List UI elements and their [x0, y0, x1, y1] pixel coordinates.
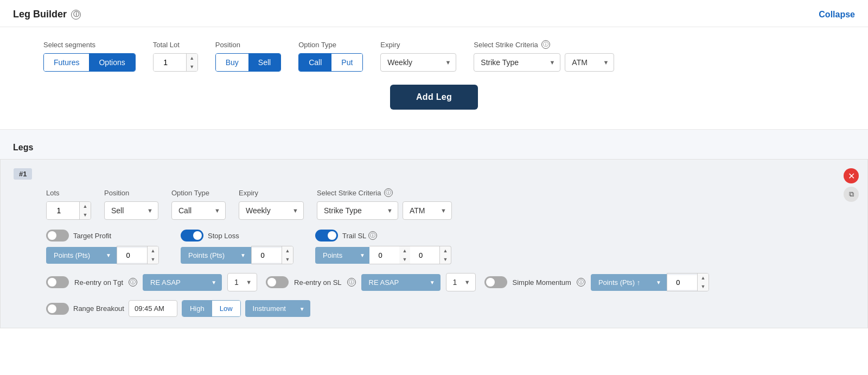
leg-1-position-select[interactable]: Sell Buy [104, 201, 158, 220]
leg-1-target-profit-pts-select[interactable]: Points (Pts) % [46, 247, 117, 264]
segment-options-button[interactable]: Options [89, 54, 135, 71]
leg-1-momentum-pts-group: Points (Pts) ↑ Points (Pts) ↓ % ▼ ▲ ▼ [591, 273, 709, 291]
leg-1-stop-loss-down[interactable]: ▼ [282, 255, 293, 264]
leg-1-reasap-tgt-select[interactable]: RE ASAP RE at Entry Price RE at Close [143, 274, 222, 291]
leg-1-target-profit-toggle-wrap: Target Profit [46, 230, 159, 241]
leg-1-low-button[interactable]: Low [212, 301, 240, 316]
total-lot-down[interactable]: ▼ [187, 62, 197, 71]
leg-1-trail-1-up[interactable]: ▲ [399, 246, 410, 255]
leg-1-lots-label: Lots [46, 189, 91, 197]
leg-1-expiry-select[interactable]: Weekly Monthly [239, 201, 304, 220]
leg-1-trail-sl-label-wrap: Trail SL ⓘ [342, 231, 377, 240]
position-sell-button[interactable]: Sell [248, 54, 280, 71]
leg-1-high-button[interactable]: High [182, 301, 212, 316]
position-field: Position Buy Sell [215, 41, 281, 72]
leg-1-reentry-sl-toggle[interactable] [266, 276, 289, 288]
atm-select-wrap: ATM ATM+1 ATM-1 ▼ [565, 53, 614, 72]
leg-builder-title: Leg Builder [13, 9, 67, 20]
leg-1-reentry-sl-count-select[interactable]: 1 2 3 [446, 273, 476, 291]
option-type-put-button[interactable]: Put [331, 54, 362, 71]
leg-1-reentry-tgt-info-icon[interactable]: ⓘ [129, 278, 137, 287]
leg-1-trail-input-1[interactable] [369, 246, 399, 264]
segment-futures-button[interactable]: Futures [44, 54, 89, 71]
leg-1-range-breakout-group: Range Breakout High Low Instrument Nifty… [46, 300, 310, 317]
leg-1-trail-pts-wrap: Points % ▼ [315, 247, 369, 264]
leg-1-close-button[interactable]: ✕ [844, 168, 859, 183]
leg-1-reentry-tgt-toggle[interactable] [46, 276, 69, 288]
leg-1-trail-sl-info-icon[interactable]: ⓘ [368, 231, 377, 240]
leg-1-momentum-spinner: ▲ ▼ [697, 274, 709, 291]
leg-1-lots-down[interactable]: ▼ [80, 211, 91, 219]
leg-1-lots-input[interactable] [47, 202, 79, 219]
header-title: Leg Builder ⓘ [13, 9, 81, 20]
total-lot-input-wrap: ▲ ▼ [153, 53, 198, 72]
leg-1-target-profit-down[interactable]: ▼ [148, 255, 158, 264]
leg-1-reentry-tgt-label: Re-entry on Tgt [74, 278, 123, 287]
expiry-label: Expiry [380, 41, 456, 49]
leg-1-trail-1-down[interactable]: ▼ [399, 255, 410, 264]
leg-1-range-time-input[interactable] [129, 300, 177, 317]
leg-1-trail-2-up[interactable]: ▲ [440, 246, 451, 255]
leg-1-instrument-select[interactable]: Instrument Nifty BankNifty [245, 300, 310, 317]
leg-1-momentum-pts-select[interactable]: Points (Pts) ↑ Points (Pts) ↓ % [591, 274, 667, 291]
header-info-icon[interactable]: ⓘ [71, 10, 81, 20]
leg-1-target-profit-input[interactable] [117, 248, 147, 263]
leg-1-trail-2-down[interactable]: ▼ [440, 255, 451, 264]
expiry-select-wrap: Weekly Monthly Next Weekly ▼ [380, 53, 456, 72]
option-type-toggle: Call Put [298, 53, 363, 72]
leg-1-strike-type-select[interactable]: Strike Type [317, 201, 398, 220]
leg-1-range-breakout-toggle[interactable] [46, 303, 69, 315]
leg-1-target-profit-toggle[interactable] [46, 230, 69, 241]
leg-1-simple-momentum-group: Simple Momentum ⓘ Points (Pts) ↑ Points … [484, 273, 709, 291]
leg-1-simple-momentum-label: Simple Momentum [513, 278, 571, 287]
add-leg-button[interactable]: Add Leg [390, 85, 478, 110]
leg-1-lots-up[interactable]: ▲ [80, 202, 91, 211]
position-label: Position [215, 41, 281, 49]
leg-1-stop-loss-input[interactable] [252, 248, 282, 263]
total-lot-up[interactable]: ▲ [187, 54, 197, 62]
leg-1-trail-sl-toggle[interactable] [315, 230, 338, 241]
segments-field: Select segments Futures Options [43, 41, 136, 72]
segments-label: Select segments [43, 41, 136, 49]
option-type-call-button[interactable]: Call [299, 54, 331, 71]
expiry-select[interactable]: Weekly Monthly Next Weekly [380, 53, 456, 72]
leg-1-option-type-select[interactable]: Call Put [171, 201, 226, 220]
strike-criteria-info-icon[interactable]: ⓘ [541, 40, 550, 49]
total-lot-input[interactable] [154, 54, 186, 71]
leg-1-reentry-sl-count-wrap: 1 2 3 ▼ [446, 273, 476, 291]
leg-1-simple-momentum-info-icon[interactable]: ⓘ [577, 278, 585, 287]
leg-1-stop-loss-input-wrap: ▲ ▼ [251, 246, 293, 264]
leg-1-momentum-input[interactable] [667, 275, 697, 290]
leg-1-simple-momentum-toggle[interactable] [484, 276, 507, 288]
leg-1-reentry-tgt-count-select[interactable]: 1 2 3 [227, 273, 257, 291]
leg-1-copy-button[interactable]: ⧉ [844, 187, 859, 202]
leg-1-momentum-up[interactable]: ▲ [698, 274, 709, 282]
leg-1-trail-inputs: ▲ ▼ ▲ ▼ [369, 246, 451, 264]
leg-1-strike-info-icon[interactable]: ⓘ [384, 188, 393, 197]
leg-1-position-label: Position [104, 189, 158, 197]
position-buy-button[interactable]: Buy [216, 54, 248, 71]
leg-1-reasap-sl-select[interactable]: RE ASAP RE at Entry Price RE at Close [361, 274, 441, 291]
leg-1-target-profit-pts-group: Points (Pts) % ▼ ▲ ▼ [46, 246, 159, 264]
add-leg-section: Add Leg [43, 72, 825, 118]
position-toggle: Buy Sell [215, 53, 281, 72]
leg-1-lots-field: Lots ▲ ▼ [46, 189, 91, 220]
strike-type-select[interactable]: Strike Type [474, 53, 560, 72]
leg-1-atm-select[interactable]: ATM ATM+1 [403, 201, 452, 220]
leg-1-reentry-tgt-count-wrap: 1 2 3 ▼ [227, 273, 257, 291]
leg-1-target-profit-label: Target Profit [73, 232, 111, 240]
leg-1-stop-loss-up[interactable]: ▲ [282, 246, 293, 255]
leg-1-stop-loss-pts-select[interactable]: Points (Pts) % [181, 247, 251, 264]
leg-1-option-type-label: Option Type [171, 189, 226, 197]
leg-1-trail-input-2[interactable] [410, 246, 440, 264]
leg-1-trail-pts-select[interactable]: Points % [315, 247, 369, 264]
leg-1-target-profit-up[interactable]: ▲ [148, 246, 158, 255]
leg-1-reentry-sl-info-icon[interactable]: ⓘ [347, 278, 356, 287]
leg-1-reentry-row: Re-entry on Tgt ⓘ RE ASAP RE at Entry Pr… [14, 273, 854, 317]
collapse-button[interactable]: Collapse [819, 10, 855, 20]
leg-1-trail-group: Points % ▼ ▲ ▼ [315, 246, 451, 264]
leg-1-stop-loss-toggle[interactable] [181, 230, 203, 241]
strike-criteria-selects: Strike Type ▼ ATM ATM+1 ATM-1 ▼ [474, 53, 614, 72]
atm-select[interactable]: ATM ATM+1 ATM-1 [565, 53, 614, 72]
leg-1-momentum-down[interactable]: ▼ [698, 282, 709, 291]
